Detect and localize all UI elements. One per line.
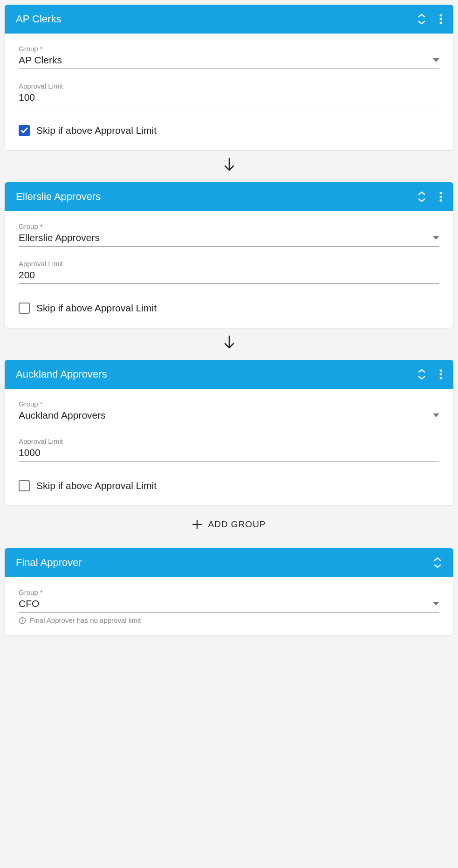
plus-icon xyxy=(192,519,202,530)
collapse-icon[interactable] xyxy=(417,192,426,202)
svg-point-5 xyxy=(440,192,442,194)
group-value: Auckland Approvers xyxy=(19,410,106,421)
final-approver-card: Final Approver Group * CFO Final Approve… xyxy=(5,548,453,635)
svg-point-11 xyxy=(440,373,442,376)
chevron-down-icon xyxy=(433,58,439,62)
group-select[interactable]: Auckland Approvers xyxy=(19,410,439,424)
collapse-icon[interactable] xyxy=(433,558,442,568)
chevron-down-icon xyxy=(433,413,439,417)
svg-marker-8 xyxy=(433,236,439,240)
card-actions xyxy=(417,192,442,202)
group-field: Group * Auckland Approvers xyxy=(19,400,439,424)
svg-point-1 xyxy=(440,18,442,21)
group-label: Group * xyxy=(19,222,439,230)
card-body: Group * Auckland Approvers Approval Limi… xyxy=(5,389,453,505)
helper-text: Final Approver has no approval limit xyxy=(30,616,141,624)
group-label: Group * xyxy=(19,588,439,596)
group-select[interactable]: Ellerslie Approvers xyxy=(19,232,439,247)
more-icon[interactable] xyxy=(439,14,442,24)
card-title: Ellerslie Approvers xyxy=(16,191,101,203)
group-field: Group * CFO Final Approver has no approv… xyxy=(19,588,439,624)
card-header: Ellerslie Approvers xyxy=(5,182,453,211)
svg-point-7 xyxy=(440,200,442,202)
limit-value: 100 xyxy=(19,92,35,103)
skip-label: Skip if above Approval Limit xyxy=(36,125,157,136)
more-icon[interactable] xyxy=(439,192,442,202)
skip-checkbox[interactable] xyxy=(19,303,30,314)
skip-checkbox[interactable] xyxy=(19,480,30,491)
group-label: Group * xyxy=(19,45,439,53)
limit-input[interactable]: 100 xyxy=(19,92,439,106)
limit-value: 1000 xyxy=(19,447,41,458)
card-body: Group * Ellerslie Approvers Approval Lim… xyxy=(5,211,453,328)
svg-point-6 xyxy=(440,196,442,198)
svg-marker-16 xyxy=(433,602,439,606)
svg-point-0 xyxy=(440,14,442,17)
limit-label: Approval Limit xyxy=(19,437,439,445)
group-field: Group * Ellerslie Approvers xyxy=(19,222,439,247)
card-actions xyxy=(433,558,442,568)
group-value: CFO xyxy=(19,598,39,609)
arrow-down-icon xyxy=(223,337,235,352)
collapse-icon[interactable] xyxy=(417,369,426,379)
limit-label: Approval Limit xyxy=(19,260,439,268)
helper-text-row: Final Approver has no approval limit xyxy=(19,616,439,624)
chevron-down-icon xyxy=(433,602,439,606)
group-select[interactable]: CFO xyxy=(19,598,439,613)
card-header: Auckland Approvers xyxy=(5,360,453,389)
limit-label: Approval Limit xyxy=(19,82,439,90)
arrow-down-icon xyxy=(223,159,235,174)
chevron-down-icon xyxy=(433,236,439,240)
limit-input[interactable]: 1000 xyxy=(19,447,439,462)
svg-point-2 xyxy=(440,22,442,24)
card-body: Group * AP Clerks Approval Limit 100 Ski… xyxy=(5,34,453,150)
limit-field: Approval Limit 1000 xyxy=(19,437,439,462)
flow-arrow xyxy=(5,328,453,360)
limit-value: 200 xyxy=(19,269,35,281)
skip-checkbox-row: Skip if above Approval Limit xyxy=(19,480,439,491)
card-actions xyxy=(417,369,442,379)
skip-checkbox-row: Skip if above Approval Limit xyxy=(19,303,439,314)
group-value: AP Clerks xyxy=(19,55,62,66)
group-select[interactable]: AP Clerks xyxy=(19,55,439,69)
skip-checkbox-row: Skip if above Approval Limit xyxy=(19,125,439,136)
more-icon[interactable] xyxy=(439,369,442,379)
card-body: Group * CFO Final Approver has no approv… xyxy=(5,577,453,635)
limit-field: Approval Limit 200 xyxy=(19,260,439,284)
svg-point-19 xyxy=(22,618,23,619)
card-header: Final Approver xyxy=(5,548,453,577)
card-header: AP Clerks xyxy=(5,5,453,34)
collapse-icon[interactable] xyxy=(417,14,426,24)
card-actions xyxy=(417,14,442,24)
skip-label: Skip if above Approval Limit xyxy=(36,480,157,491)
card-title: AP Clerks xyxy=(16,13,61,25)
add-group-button[interactable]: ADD GROUP xyxy=(5,505,453,548)
skip-label: Skip if above Approval Limit xyxy=(36,303,157,314)
svg-point-12 xyxy=(440,377,442,379)
group-value: Ellerslie Approvers xyxy=(19,232,100,243)
flow-arrow xyxy=(5,150,453,182)
card-title: Final Approver xyxy=(16,557,82,569)
approval-card: AP Clerks Group * AP Clerks Approval Lim… xyxy=(5,5,453,150)
limit-input[interactable]: 200 xyxy=(19,269,439,284)
add-group-label: ADD GROUP xyxy=(208,519,266,530)
group-field: Group * AP Clerks xyxy=(19,45,439,69)
approval-card: Auckland Approvers Group * Auckland Appr… xyxy=(5,360,453,505)
skip-checkbox[interactable] xyxy=(19,125,30,136)
approval-card: Ellerslie Approvers Group * Ellerslie Ap… xyxy=(5,182,453,328)
info-icon xyxy=(19,617,26,624)
group-label: Group * xyxy=(19,400,439,408)
svg-marker-13 xyxy=(433,413,439,417)
svg-point-10 xyxy=(440,370,442,372)
svg-marker-3 xyxy=(433,58,439,62)
card-title: Auckland Approvers xyxy=(16,368,107,380)
limit-field: Approval Limit 100 xyxy=(19,82,439,106)
